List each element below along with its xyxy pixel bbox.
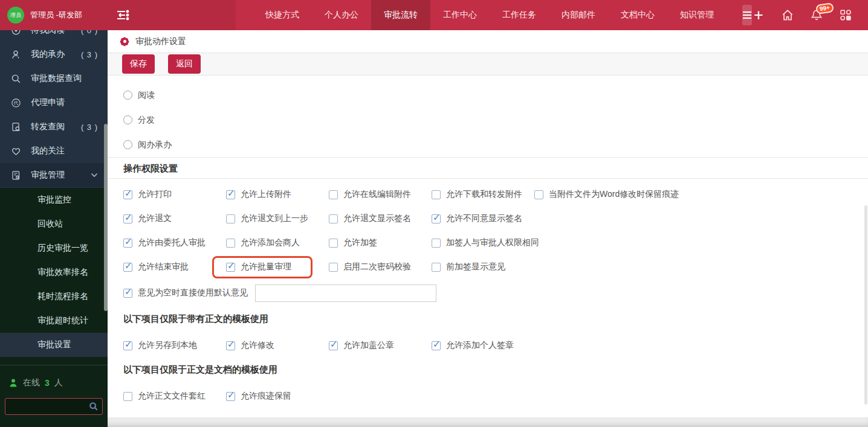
search-icon [11,74,21,84]
checkbox[interactable] [226,214,235,223]
grid-icon[interactable] [839,8,852,22]
notification-badge: 99+ [815,2,834,14]
bell-icon[interactable]: 99+ [810,8,823,22]
radio-option[interactable]: 阅办承办 [123,132,868,157]
nav-item[interactable]: 快捷方式 [253,0,312,30]
sidebar-item[interactable]: 我的承办( 3 ) [0,42,108,66]
checkbox-label: 允许添加个人签章 [446,340,514,351]
checkbox-item[interactable]: 允许在线编辑附件 [329,189,432,200]
checkbox[interactable] [329,214,338,223]
checkbox-item[interactable]: 加签人与审批人权限相同 [432,237,534,248]
save-button[interactable]: 保存 [122,54,155,74]
checkbox[interactable] [226,239,235,248]
checkbox-item[interactable]: 允许不同意显示签名 [432,213,534,224]
checkbox-item[interactable]: 当附件文件为Word修改时保留痕迹 [534,189,637,200]
checkbox-item[interactable]: 允许添加会商人 [226,237,329,248]
checkbox-item[interactable]: 允许上传附件 [226,189,329,200]
checkbox[interactable] [123,214,132,223]
submenu-item[interactable]: 回收站 [0,212,108,236]
checkbox[interactable] [123,392,132,401]
checkbox[interactable] [432,341,441,350]
checkbox[interactable] [432,239,441,248]
checkbox[interactable] [226,392,235,401]
checkbox-label: 允许退文到上一步 [241,213,308,224]
checkbox[interactable] [432,214,441,223]
checkbox-item[interactable]: 启用二次密码校验 [329,262,432,272]
radio-button[interactable] [123,115,132,124]
search-icon[interactable] [89,402,99,411]
checkbox-item[interactable]: 允许由委托人审批 [123,237,226,248]
sidebar-item[interactable]: 转发查阅( 3 ) [0,115,108,139]
checkbox[interactable] [226,190,235,199]
checkbox[interactable] [329,341,338,350]
submenu-item[interactable]: 审批设置 [0,333,108,357]
checkbox-item[interactable]: 允许批量审理 [226,262,329,272]
checkbox-label: 允许批量审理 [241,262,291,272]
nav-item[interactable]: 工作中心 [430,0,490,30]
checkbox[interactable] [329,263,338,272]
sidebar-item[interactable]: 代代理申请 [0,91,108,115]
checkbox-item[interactable]: 允许痕迹保留 [226,391,329,402]
sidebar-scrollbar[interactable] [104,124,108,311]
checkbox-item[interactable]: 允许退文显示签名 [329,213,432,224]
plus-icon[interactable]: + [752,8,765,22]
checkbox[interactable] [123,190,132,199]
home-icon[interactable] [781,8,794,22]
checkbox[interactable] [123,341,132,350]
sidebar-item[interactable]: 我的关注 [0,139,108,163]
sidebar-item[interactable]: 审批数据查询 [0,66,108,91]
checkbox-item[interactable]: 意见为空时直接使用默认意见 [123,284,436,302]
default-opinion-input[interactable] [255,284,436,302]
sidebar-item[interactable]: 审批管理 [0,163,108,187]
checkbox-item[interactable]: 允许添加个人签章 [432,340,534,351]
search-input[interactable] [5,398,103,415]
submenu-item[interactable]: 审批效率排名 [0,260,108,284]
submenu-item[interactable]: 耗时流程排名 [0,284,108,309]
checkbox-item[interactable]: 允许退文 [123,213,226,224]
submenu-item[interactable]: 审批超时统计 [0,309,108,333]
checkbox[interactable] [123,263,132,272]
checkbox-item[interactable]: 允许修改 [226,340,329,351]
radio-button[interactable] [123,91,132,100]
checkbox-item[interactable]: 允许打印 [123,189,226,200]
checkbox[interactable] [534,190,543,199]
nav-more-icon[interactable] [742,5,752,25]
main-scrollbar[interactable] [864,205,867,405]
checkbox[interactable] [329,239,338,248]
checkbox-item[interactable]: 允许加签 [329,237,432,248]
nav-item[interactable]: 知识管理 [667,0,727,30]
checkbox-item[interactable]: 允许加盖公章 [329,340,432,351]
sidebar-menu: 待我阅读( 0 )我的承办( 3 )审批数据查询代代理申请转发查阅( 3 )我的… [0,30,108,188]
radio-option[interactable]: 分发 [123,108,868,132]
checkbox-item[interactable]: 允许结束审批 [123,262,226,272]
checkbox-item[interactable]: 允许下载和转发附件 [432,189,534,200]
nav-item[interactable]: 文档中心 [608,0,667,30]
nav-item[interactable]: 个人办公 [312,0,371,30]
checkbox-item[interactable]: 允许正文文件套红 [123,391,226,402]
checkbox[interactable] [226,341,235,350]
radio-button[interactable] [123,140,132,149]
avatar[interactable]: 理员 [7,7,24,24]
submenu-item[interactable]: 审批监控 [0,188,108,212]
checkbox[interactable] [123,239,132,248]
checkbox[interactable] [329,190,338,199]
checkbox[interactable] [432,263,441,272]
nav-item[interactable]: 审批流转 [371,0,430,30]
back-button[interactable]: 返回 [168,54,201,74]
radio-option[interactable]: 阅读 [123,83,868,108]
top-navigation-bar: 理员 管理员 -研发部 快捷方式个人办公审批流转工作中心工作任务内部邮件文档中心… [0,0,868,30]
user-zone[interactable]: 理员 管理员 -研发部 [0,0,236,30]
checkbox-item[interactable]: 前加签显示意见 [432,262,534,272]
menu-lines-icon[interactable] [115,9,131,21]
checkbox[interactable] [226,263,235,272]
checkbox-item[interactable]: 允许另存到本地 [123,340,226,351]
checkbox[interactable] [123,289,132,298]
section-header: 以下项目仅限于正文是文档的模板使用 [108,358,868,380]
nav-item[interactable]: 内部邮件 [549,0,608,30]
checkbox[interactable] [432,190,441,199]
sidebar-item[interactable]: 待我阅读( 0 ) [0,30,108,42]
checkbox-item[interactable]: 允许退文到上一步 [226,213,329,224]
nav-item[interactable]: 工作任务 [490,0,549,30]
main-content: 审批动作设置 保存 返回 阅读分发阅办承办 操作权限设置允许打印允许上传附件允许… [108,30,868,427]
submenu-item[interactable]: 历史审批一览 [0,236,108,260]
